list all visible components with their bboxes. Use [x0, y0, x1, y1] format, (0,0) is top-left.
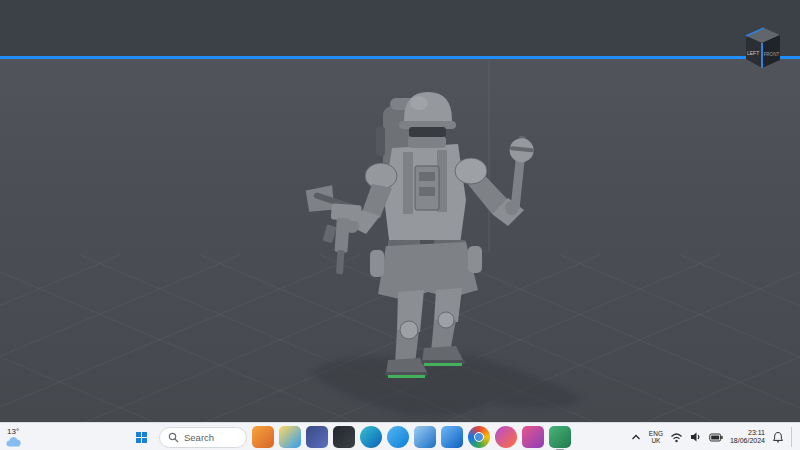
- taskbar-app-file-explorer[interactable]: [279, 426, 301, 448]
- taskbar-app-paint[interactable]: [252, 426, 274, 448]
- taskbar-app-photos[interactable]: [522, 426, 544, 448]
- show-desktop-button[interactable]: [791, 427, 796, 447]
- language-line2: UK: [651, 437, 660, 444]
- taskbar-center: Search: [128, 423, 571, 450]
- weather-widget[interactable]: 13°: [5, 424, 22, 450]
- taskbar-app-chrome[interactable]: [468, 426, 490, 448]
- system-tray: ENG UK 23:11 18/06/2024: [630, 423, 796, 450]
- windows-logo-icon: [136, 432, 147, 443]
- taskbar-app-firefox[interactable]: [495, 426, 517, 448]
- battery-icon[interactable]: [709, 432, 723, 443]
- start-button[interactable]: [128, 425, 154, 449]
- taskbar-app-terminal[interactable]: [333, 426, 355, 448]
- clock-time: 23:11: [748, 429, 765, 437]
- taskbar-app-store[interactable]: [441, 426, 463, 448]
- navcube-front-label[interactable]: FRONT: [764, 52, 780, 57]
- scene-canvas: [0, 0, 800, 422]
- wifi-icon[interactable]: [670, 432, 683, 443]
- language-indicator[interactable]: ENG UK: [649, 430, 663, 444]
- clock-date: 18/06/2024: [730, 437, 765, 445]
- taskbar: 13° Search ENG: [0, 422, 800, 450]
- volume-icon[interactable]: [690, 431, 702, 443]
- clock[interactable]: 23:11 18/06/2024: [730, 429, 765, 446]
- viewport-3d[interactable]: LEFT FRONT: [0, 0, 800, 422]
- taskbar-apps: [252, 426, 571, 448]
- taskbar-app-skype[interactable]: [387, 426, 409, 448]
- taskbar-app-teams[interactable]: [306, 426, 328, 448]
- weather-cloud-icon: [5, 436, 22, 447]
- tray-overflow-chevron-icon[interactable]: [630, 432, 642, 442]
- notification-bell-icon[interactable]: [772, 431, 784, 443]
- taskbar-app-viewer-3d[interactable]: [549, 426, 571, 448]
- language-line1: ENG: [649, 430, 663, 437]
- soldier-model: [300, 92, 535, 378]
- navcube-left-label[interactable]: LEFT: [747, 50, 759, 56]
- navigation-cube[interactable]: LEFT FRONT: [740, 26, 784, 72]
- weather-temperature: 13°: [7, 428, 19, 436]
- taskbar-app-edge[interactable]: [360, 426, 382, 448]
- desktop: LEFT FRONT 13° Search: [0, 0, 800, 450]
- search-placeholder: Search: [184, 432, 214, 443]
- search-input[interactable]: Search: [159, 427, 247, 448]
- taskbar-app-outlook[interactable]: [414, 426, 436, 448]
- search-icon: [168, 432, 179, 443]
